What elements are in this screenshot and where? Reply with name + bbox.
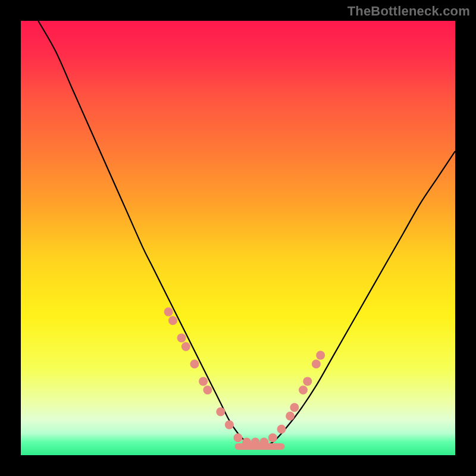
watermark-text: TheBottleneck.com [347, 4, 470, 19]
background-gradient [21, 21, 455, 455]
plot-area [21, 21, 455, 455]
svg-rect-0 [21, 21, 455, 455]
chart-frame: TheBottleneck.com [0, 0, 476, 476]
